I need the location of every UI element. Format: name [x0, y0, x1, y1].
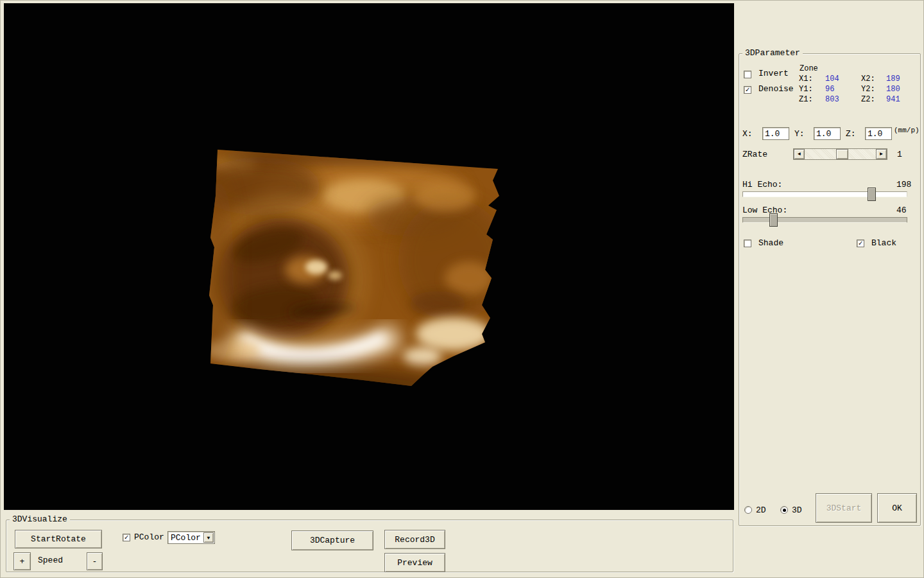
mode-2d-radio[interactable]: [744, 506, 752, 514]
ultrasound-volume-render: [4, 3, 734, 510]
mode-3d-label: 3D: [792, 505, 802, 515]
zrate-left-arrow-icon[interactable]: ◄: [794, 149, 805, 159]
parameter-panel: 3DParameter Invert Denoise Zone X1: 104 …: [739, 53, 921, 526]
low-echo-slider-thumb[interactable]: [769, 213, 778, 227]
pcolor-dropdown[interactable]: PColor ▼: [167, 531, 215, 544]
zrate-scrollbar-thumb[interactable]: [836, 149, 848, 159]
ok-button[interactable]: OK: [877, 493, 917, 523]
low-echo-label: Low Echo:: [742, 206, 787, 215]
zone-x2-label: X2:: [861, 74, 875, 84]
scale-x-input[interactable]: [762, 127, 789, 140]
shade-label: Shade: [758, 238, 783, 248]
pcolor-label: PColor: [134, 532, 164, 542]
zone-x2-value: 189: [886, 74, 900, 84]
zone-label: Zone: [800, 64, 818, 73]
invert-label: Invert: [758, 69, 789, 78]
zone-x1-value: 104: [825, 74, 839, 84]
scale-y-label: Y:: [794, 129, 805, 139]
start-rotate-button[interactable]: StartRotate: [15, 530, 102, 548]
zone-y1-value: 96: [825, 84, 834, 94]
zone-z1-value: 803: [825, 94, 839, 105]
zrate-value: 1: [897, 150, 902, 159]
visualize-panel-title: 3DVisualize: [10, 514, 70, 525]
scale-unit-label: (mm/p): [894, 127, 920, 134]
app-window: 3DParameter Invert Denoise Zone X1: 104 …: [0, 0, 924, 578]
speed-label: Speed: [38, 556, 63, 565]
low-echo-value: 46: [896, 206, 907, 215]
render-viewport[interactable]: [4, 3, 734, 510]
preview-button[interactable]: Preview: [384, 553, 445, 572]
capture-3d-button[interactable]: 3DCapture: [291, 530, 373, 550]
zone-y1-label: Y1:: [799, 84, 813, 94]
pcolor-dropdown-value: PColor: [171, 533, 201, 543]
mode-2d-label: 2D: [756, 505, 766, 515]
speed-plus-button[interactable]: +: [13, 552, 31, 570]
hi-echo-slider-track[interactable]: [742, 191, 907, 197]
visualize-panel: 3DVisualize StartRotate PColor PColor ▼ …: [6, 520, 733, 572]
parameter-panel-title: 3DParameter: [742, 48, 803, 58]
zrate-scrollbar[interactable]: ◄ ►: [793, 148, 887, 160]
scale-z-label: Z:: [846, 129, 856, 139]
pcolor-checkbox[interactable]: [123, 534, 130, 541]
zone-z2-value: 941: [886, 94, 900, 105]
black-label: Black: [871, 238, 896, 248]
mode-3d-radio[interactable]: [780, 506, 788, 514]
zone-x1-label: X1:: [799, 74, 813, 84]
scale-z-input[interactable]: [865, 127, 892, 140]
low-echo-slider-track[interactable]: [742, 217, 907, 223]
start3d-button[interactable]: 3DStart: [816, 493, 872, 523]
pcolor-dropdown-arrow-icon[interactable]: ▼: [203, 532, 214, 543]
hi-echo-value: 198: [896, 180, 911, 189]
zone-z1-label: Z1:: [799, 94, 813, 105]
zrate-label: ZRate: [742, 150, 767, 159]
zone-y2-label: Y2:: [861, 84, 875, 94]
denoise-label: Denoise: [758, 84, 794, 94]
speed-minus-button[interactable]: -: [87, 552, 103, 570]
shade-checkbox[interactable]: [744, 240, 751, 247]
zone-z2-label: Z2:: [861, 94, 875, 105]
scale-x-label: X:: [742, 129, 753, 139]
invert-checkbox[interactable]: [744, 71, 751, 78]
denoise-checkbox[interactable]: [744, 86, 751, 94]
record-3d-button[interactable]: Record3D: [384, 530, 445, 549]
scale-y-input[interactable]: [814, 127, 841, 140]
hi-echo-slider-thumb[interactable]: [868, 188, 876, 201]
black-checkbox[interactable]: [857, 240, 864, 247]
hi-echo-label: Hi Echo:: [742, 180, 782, 189]
zrate-right-arrow-icon[interactable]: ►: [876, 149, 887, 159]
zone-y2-value: 180: [886, 84, 900, 94]
